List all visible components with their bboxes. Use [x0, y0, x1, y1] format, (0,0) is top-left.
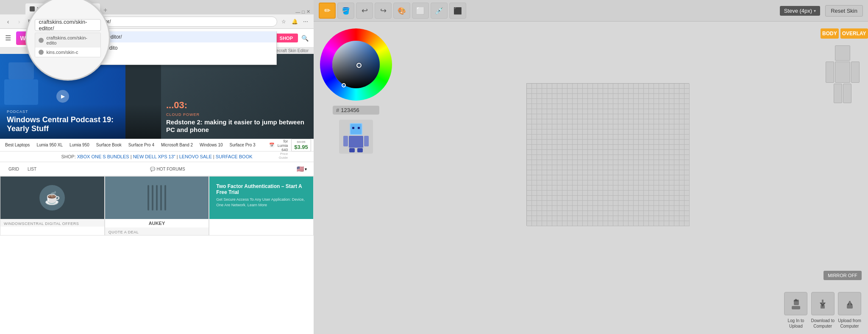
download-computer-button[interactable]: Download toComputer — [811, 292, 835, 329]
grid-cell[interactable] — [557, 175, 562, 180]
grid-cell[interactable] — [629, 124, 634, 129]
grid-cell[interactable] — [578, 84, 583, 89]
undo-button[interactable]: ↩ — [356, 3, 373, 19]
grid-cell[interactable] — [562, 180, 568, 185]
grid-cell[interactable] — [664, 150, 669, 155]
grid-cell[interactable] — [664, 221, 669, 226]
grid-cell[interactable] — [654, 145, 659, 150]
grid-cell[interactable] — [634, 175, 639, 180]
grid-cell[interactable] — [639, 145, 644, 150]
grid-cell[interactable] — [669, 165, 674, 170]
grid-cell[interactable] — [527, 104, 532, 109]
grid-cell[interactable] — [557, 109, 562, 114]
grid-cell[interactable] — [527, 124, 532, 129]
grid-cell[interactable] — [634, 155, 639, 160]
grid-cell[interactable] — [552, 211, 557, 216]
star-button[interactable]: ☆ — [279, 17, 288, 26]
grid-cell[interactable] — [634, 89, 639, 94]
grid-cell[interactable] — [608, 216, 613, 221]
grid-cell[interactable] — [532, 109, 537, 114]
grid-cell[interactable] — [649, 206, 654, 211]
grid-cell[interactable] — [684, 221, 690, 226]
grid-cell[interactable] — [593, 155, 598, 160]
grid-cell[interactable] — [532, 114, 537, 119]
grid-cell[interactable] — [639, 191, 644, 196]
grid-cell[interactable] — [684, 180, 690, 185]
grid-cell[interactable] — [684, 185, 690, 191]
grid-cell[interactable] — [568, 201, 573, 206]
grid-cell[interactable] — [603, 170, 608, 175]
grid-cell[interactable] — [537, 216, 542, 221]
grid-cell[interactable] — [552, 84, 557, 89]
grid-cell[interactable] — [608, 206, 613, 211]
grid-cell[interactable] — [608, 160, 613, 165]
grid-cell[interactable] — [547, 145, 552, 150]
grid-cell[interactable] — [562, 206, 568, 211]
grid-cell[interactable] — [603, 155, 608, 160]
grid-cell[interactable] — [654, 180, 659, 185]
grid-cell[interactable] — [679, 221, 684, 226]
grid-cell[interactable] — [598, 119, 603, 124]
grid-cell[interactable] — [527, 191, 532, 196]
model-selector[interactable]: Steve (4px) ▾ — [780, 6, 820, 16]
grid-cell[interactable] — [537, 99, 542, 104]
grid-cell[interactable] — [598, 104, 603, 109]
grid-cell[interactable] — [527, 201, 532, 206]
grid-cell[interactable] — [532, 140, 537, 145]
grid-cell[interactable] — [664, 124, 669, 129]
grid-cell[interactable] — [537, 165, 542, 170]
grid-cell[interactable] — [562, 211, 568, 216]
grid-cell[interactable] — [618, 185, 623, 191]
grid-cell[interactable] — [669, 196, 674, 201]
grid-cell[interactable] — [568, 124, 573, 129]
grid-cell[interactable] — [588, 104, 593, 109]
grid-cell[interactable] — [568, 140, 573, 145]
grid-cell[interactable] — [623, 104, 629, 109]
grid-cell[interactable] — [527, 165, 532, 170]
grid-cell[interactable] — [674, 84, 679, 89]
grid-cell[interactable] — [613, 185, 618, 191]
grid-cell[interactable] — [639, 206, 644, 211]
grid-cell[interactable] — [623, 135, 629, 140]
grid-cell[interactable] — [613, 160, 618, 165]
grid-cell[interactable] — [684, 211, 690, 216]
grid-cell[interactable] — [557, 89, 562, 94]
grid-cell[interactable] — [593, 135, 598, 140]
grid-cell[interactable] — [583, 160, 588, 165]
nav-surface-pro3[interactable]: Surface Pro 3 — [230, 143, 256, 147]
grid-cell[interactable] — [679, 89, 684, 94]
grid-cell[interactable] — [634, 160, 639, 165]
grid-cell[interactable] — [634, 84, 639, 89]
grid-cell[interactable] — [649, 211, 654, 216]
grid-cell[interactable] — [639, 196, 644, 201]
grid-cell[interactable] — [598, 145, 603, 150]
grid-cell[interactable] — [684, 135, 690, 140]
grid-cell[interactable] — [664, 129, 669, 135]
grid-cell[interactable] — [573, 221, 578, 226]
grid-cell[interactable] — [603, 165, 608, 170]
grid-cell[interactable] — [639, 180, 644, 185]
grid-cell[interactable] — [588, 109, 593, 114]
grid-cell[interactable] — [634, 180, 639, 185]
grid-cell[interactable] — [608, 114, 613, 119]
grid-cell[interactable] — [573, 84, 578, 89]
grid-cell[interactable] — [618, 140, 623, 145]
grid-cell[interactable] — [552, 155, 557, 160]
grid-cell[interactable] — [603, 160, 608, 165]
grid-cell[interactable] — [583, 104, 588, 109]
grid-cell[interactable] — [639, 185, 644, 191]
skin-part-head[interactable] — [835, 45, 850, 61]
grid-cell[interactable] — [639, 129, 644, 135]
grid-cell[interactable] — [659, 124, 664, 129]
grid-cell[interactable] — [608, 140, 613, 145]
grid-cell[interactable] — [644, 170, 649, 175]
grid-cell[interactable] — [552, 119, 557, 124]
grid-cell[interactable] — [598, 124, 603, 129]
grid-cell[interactable] — [542, 175, 547, 180]
grid-cell[interactable] — [578, 170, 583, 175]
grid-cell[interactable] — [613, 89, 618, 94]
grid-cell[interactable] — [573, 216, 578, 221]
grid-cell[interactable] — [568, 135, 573, 140]
grid-cell[interactable] — [598, 99, 603, 104]
grid-cell[interactable] — [629, 211, 634, 216]
